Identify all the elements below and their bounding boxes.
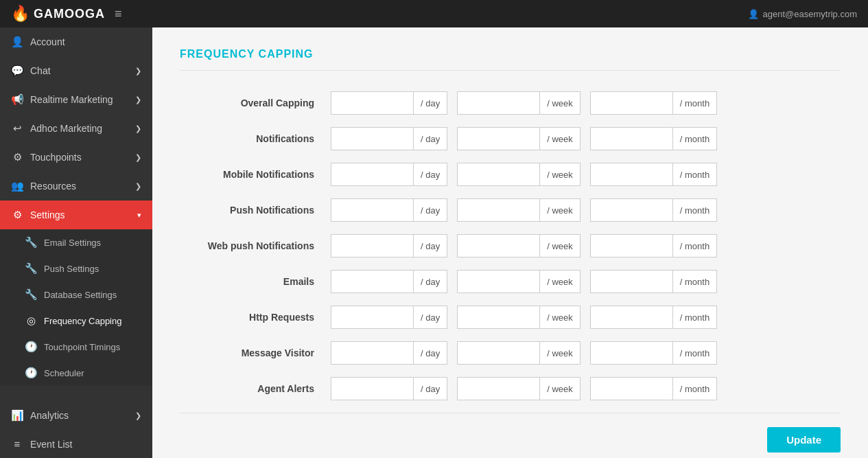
agent-alerts-day-input[interactable] (331, 377, 413, 400)
chevron-down-icon: ▾ (137, 211, 141, 220)
sidebar-item-push-settings[interactable]: 🔧 Push Settings (0, 255, 152, 282)
capping-inputs: / day / week / month (331, 127, 723, 150)
week-suffix: / week (539, 270, 580, 293)
table-row: Http Requests / day / week / month (180, 306, 841, 329)
capping-inputs: / day / week / month (331, 163, 723, 186)
capping-inputs: / day / week / month (331, 306, 723, 329)
notifications-week-input[interactable] (457, 127, 539, 150)
week-input-group: / week (457, 234, 586, 257)
http-requests-month-input[interactable] (590, 306, 672, 329)
emails-week-input[interactable] (457, 270, 539, 293)
chat-icon: 💬 (11, 65, 23, 77)
web-push-week-input[interactable] (457, 234, 539, 257)
http-requests-day-input[interactable] (331, 306, 413, 329)
main-content: FREQUENCY CAPPING Overall Capping / day … (152, 27, 868, 458)
logo: 🔥 GAMOOGA (11, 5, 105, 23)
week-input-group: / week (457, 306, 586, 329)
day-input-group: / day (331, 198, 453, 222)
overall-capping-week-input[interactable] (457, 91, 539, 115)
week-input-group: / week (457, 127, 586, 150)
week-suffix: / week (539, 341, 580, 365)
touchpoints-icon: ⚙ (11, 151, 23, 163)
month-input-group: / month (590, 163, 723, 186)
web-push-month-input[interactable] (590, 234, 672, 257)
wrench-icon: 🔧 (25, 288, 37, 301)
notifications-month-input[interactable] (590, 127, 672, 150)
week-suffix: / week (539, 198, 580, 222)
capping-inputs: / day / week / month (331, 91, 723, 115)
sidebar-item-label: Realtime Marketing (30, 94, 113, 105)
emails-day-input[interactable] (331, 270, 413, 293)
mobile-notifications-month-input[interactable] (590, 163, 672, 186)
sidebar-item-analytics[interactable]: 📊 Analytics ❯ (0, 401, 152, 430)
push-notifications-month-input[interactable] (590, 198, 672, 222)
row-label: Agent Alerts (180, 383, 331, 394)
push-notifications-day-input[interactable] (331, 198, 413, 222)
table-row: Overall Capping / day / week / month (180, 91, 841, 115)
week-suffix: / week (539, 306, 580, 329)
sidebar-item-settings[interactable]: ⚙ Settings ▾ (0, 201, 152, 229)
sidebar-item-account[interactable]: 👤 Account (0, 27, 152, 56)
sidebar-item-realtime-marketing[interactable]: 📢 Realtime Marketing ❯ (0, 85, 152, 114)
topbar: 🔥 GAMOOGA ≡ 👤 agent@easemytrip.com (0, 0, 868, 27)
notifications-day-input[interactable] (331, 127, 413, 150)
web-push-day-input[interactable] (331, 234, 413, 257)
user-info: 👤 agent@easemytrip.com (748, 9, 857, 19)
message-visitor-week-input[interactable] (457, 341, 539, 365)
day-input-group: / day (331, 377, 453, 400)
day-suffix: / day (413, 341, 447, 365)
week-input-group: / week (457, 377, 586, 400)
table-row: Push Notifications / day / week / month (180, 198, 841, 222)
sidebar-item-event-list[interactable]: ≡ Event List (0, 430, 152, 458)
sidebar-item-touchpoints[interactable]: ⚙ Touchpoints ❯ (0, 143, 152, 172)
sidebar-item-label: Touchpoints (30, 152, 82, 163)
sidebar-item-adhoc-marketing[interactable]: ↩ Adhoc Marketing ❯ (0, 114, 152, 143)
table-row: Mobile Notifications / day / week / mont… (180, 163, 841, 186)
sidebar-item-frequency-capping[interactable]: ◎ Frequency Capping (0, 308, 152, 334)
http-requests-week-input[interactable] (457, 306, 539, 329)
week-suffix: / week (539, 234, 580, 257)
mobile-notifications-week-input[interactable] (457, 163, 539, 186)
overall-capping-day-input[interactable] (331, 91, 413, 115)
agent-alerts-week-input[interactable] (457, 377, 539, 400)
month-suffix: / month (672, 91, 717, 115)
sidebar-item-label: Push Settings (44, 264, 99, 274)
row-label: Http Requests (180, 312, 331, 323)
message-visitor-month-input[interactable] (590, 341, 672, 365)
week-input-group: / week (457, 341, 586, 365)
row-label: Notifications (180, 133, 331, 144)
update-button[interactable]: Update (767, 427, 841, 453)
month-suffix: / month (672, 198, 717, 222)
push-notifications-week-input[interactable] (457, 198, 539, 222)
day-input-group: / day (331, 341, 453, 365)
week-suffix: / week (539, 377, 580, 400)
chevron-right-icon: ❯ (135, 411, 141, 420)
day-suffix: / day (413, 306, 447, 329)
hamburger-icon[interactable]: ≡ (115, 7, 122, 21)
overall-capping-month-input[interactable] (590, 91, 672, 115)
capping-inputs: / day / week / month (331, 341, 723, 365)
table-row: Message Visitor / day / week / month (180, 341, 841, 365)
analytics-icon: 📊 (11, 409, 23, 422)
day-input-group: / day (331, 306, 453, 329)
sidebar-item-label: Database Settings (44, 290, 117, 300)
emails-month-input[interactable] (590, 270, 672, 293)
row-label: Push Notifications (180, 205, 331, 216)
sidebar-item-touchpoint-timings[interactable]: 🕐 Touchpoint Timings (0, 334, 152, 360)
message-visitor-day-input[interactable] (331, 341, 413, 365)
sidebar-item-chat[interactable]: 💬 Chat ❯ (0, 56, 152, 85)
table-row: Notifications / day / week / month (180, 127, 841, 150)
sidebar-item-resources[interactable]: 👥 Resources ❯ (0, 172, 152, 201)
row-label: Mobile Notifications (180, 169, 331, 180)
sidebar-item-scheduler[interactable]: 🕐 Scheduler (0, 360, 152, 386)
wrench-icon: 🔧 (25, 236, 37, 249)
sidebar-item-label: Settings (30, 209, 65, 220)
sidebar-item-database-settings[interactable]: 🔧 Database Settings (0, 282, 152, 308)
sidebar-item-email-settings[interactable]: 🔧 Email Settings (0, 229, 152, 255)
month-input-group: / month (590, 91, 723, 115)
day-suffix: / day (413, 234, 447, 257)
agent-alerts-month-input[interactable] (590, 377, 672, 400)
mobile-notifications-day-input[interactable] (331, 163, 413, 186)
week-input-group: / week (457, 198, 586, 222)
month-suffix: / month (672, 306, 717, 329)
